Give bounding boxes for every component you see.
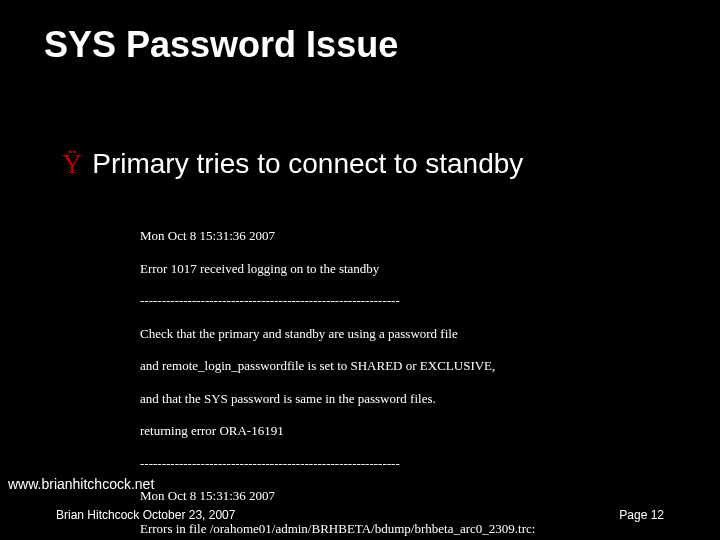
footer-url: www.brianhitchcock.net xyxy=(8,476,154,492)
log-line: ----------------------------------------… xyxy=(140,293,680,309)
log-line: Errors in file /orahome01/admin/BRHBETA/… xyxy=(140,521,680,537)
log-line: Error 1017 received logging on to the st… xyxy=(140,261,680,277)
slide: SYS Password Issue Ÿ Primary tries to co… xyxy=(0,0,720,540)
bullet-row: Ÿ Primary tries to connect to standby xyxy=(62,148,523,180)
log-block: Mon Oct 8 15:31:36 2007 Error 1017 recei… xyxy=(140,212,680,540)
log-line: Check that the primary and standby are u… xyxy=(140,326,680,342)
log-line: and that the SYS password is same in the… xyxy=(140,391,680,407)
log-line: ----------------------------------------… xyxy=(140,456,680,472)
footer-author: Brian Hitchcock October 23, 2007 xyxy=(56,508,235,522)
log-line: and remote_login_passwordfile is set to … xyxy=(140,358,680,374)
page-title: SYS Password Issue xyxy=(44,24,398,66)
bullet-text: Primary tries to connect to standby xyxy=(92,148,523,180)
log-line: Mon Oct 8 15:31:36 2007 xyxy=(140,488,680,504)
log-line: Mon Oct 8 15:31:36 2007 xyxy=(140,228,680,244)
footer-page-number: Page 12 xyxy=(619,508,664,522)
log-line: returning error ORA-16191 xyxy=(140,423,680,439)
bullet-marker-icon: Ÿ xyxy=(62,148,82,180)
